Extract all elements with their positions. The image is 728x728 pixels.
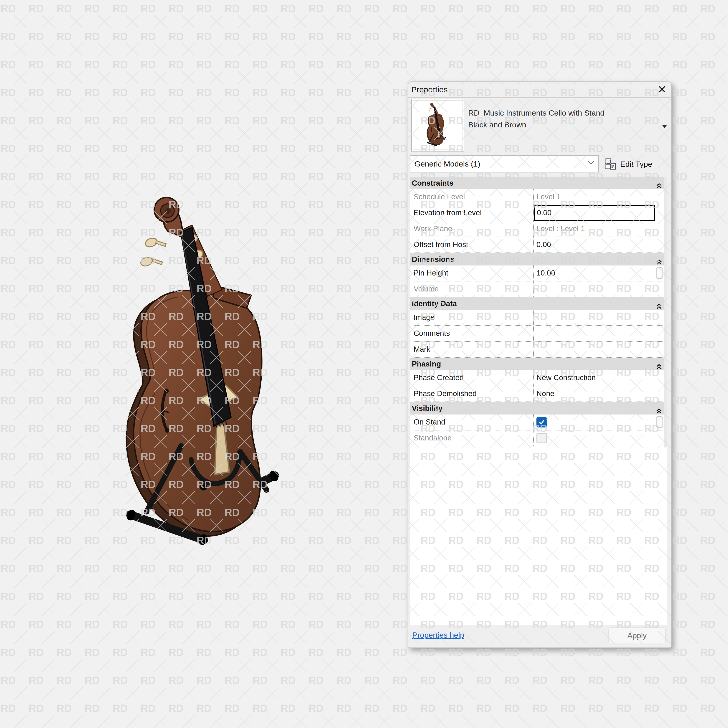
- section-title: Visibility: [412, 404, 442, 413]
- type-name: RD_Music Instruments Cello with Stand Bl…: [468, 107, 657, 131]
- property-label: Offset from Host: [410, 237, 534, 252]
- property-value-standalone: [534, 430, 655, 446]
- property-label: Image: [410, 310, 534, 325]
- property-label: Mark: [410, 342, 534, 357]
- type-name-line2: Black and Brown: [468, 119, 657, 131]
- edit-type-icon: [604, 158, 617, 171]
- property-value-work-plane: Level : Level 1: [534, 221, 655, 237]
- property-label: Schedule Level: [410, 189, 534, 205]
- property-row-phase-demolished: Phase DemolishedNone: [410, 386, 664, 402]
- property-row-schedule-level: Schedule LevelLevel 1: [410, 189, 664, 205]
- property-value-phase-created[interactable]: New Construction: [534, 370, 655, 385]
- property-value-comments[interactable]: [534, 326, 655, 341]
- property-label: Phase Created: [410, 370, 534, 385]
- property-row-offset-from-host: Offset from Host0.00: [410, 237, 664, 253]
- apply-button[interactable]: Apply: [608, 627, 666, 643]
- property-value-image[interactable]: [534, 310, 655, 325]
- property-value-offset-from-host[interactable]: 0.00: [534, 237, 655, 252]
- row-side-cell: [655, 221, 664, 237]
- property-value-pin-height[interactable]: 10.00: [534, 266, 655, 281]
- associate-parameter-button[interactable]: [656, 416, 663, 428]
- collapse-chevrons-icon[interactable]: [656, 256, 662, 262]
- panel-title: Properties: [411, 82, 448, 97]
- property-label: Elevation from Level: [410, 205, 534, 221]
- type-selector-dropdown[interactable]: [661, 123, 668, 129]
- category-filter-combobox[interactable]: Generic Models (1): [410, 155, 599, 173]
- property-label: Standalone: [410, 430, 534, 446]
- section-header-visibility: Visibility: [410, 402, 664, 414]
- property-value-elevation-from-level[interactable]: 0.00: [534, 205, 655, 221]
- row-side-cell: [655, 281, 664, 297]
- close-button[interactable]: [656, 84, 667, 95]
- section-title: Phasing: [412, 360, 441, 368]
- collapse-chevrons-icon[interactable]: [656, 361, 662, 367]
- properties-panel: Properties RD_Music Instruments Cello wi…: [408, 81, 671, 648]
- collapse-chevrons-icon[interactable]: [656, 180, 662, 186]
- property-row-pin-height: Pin Height10.00: [410, 266, 664, 281]
- section-title: Constraints: [412, 179, 453, 187]
- property-row-work-plane: Work PlaneLevel : Level 1: [410, 221, 664, 237]
- collapse-chevrons-icon[interactable]: [656, 301, 662, 306]
- property-label: Volume: [410, 281, 534, 297]
- property-row-on-stand: On Stand: [410, 414, 664, 430]
- row-side-cell: [655, 310, 664, 325]
- property-row-mark: Mark: [410, 342, 664, 358]
- property-label: Work Plane: [410, 221, 534, 237]
- row-side-cell: [655, 342, 664, 357]
- category-filter-value: Generic Models (1): [414, 156, 480, 172]
- property-value-phase-demolished[interactable]: None: [534, 386, 655, 402]
- property-row-volume: Volume: [410, 281, 664, 297]
- property-row-standalone: Standalone: [410, 430, 664, 447]
- property-row-phase-created: Phase CreatedNew Construction: [410, 370, 664, 386]
- section-header-dimensions: Dimensions: [410, 253, 664, 266]
- separator: [408, 153, 671, 153]
- property-label: Pin Height: [410, 266, 534, 281]
- row-side-cell: [655, 237, 664, 252]
- edit-type-button[interactable]: Edit Type: [604, 156, 669, 173]
- property-row-image: Image: [410, 310, 664, 326]
- property-value-mark[interactable]: [534, 342, 655, 357]
- properties-titlebar[interactable]: Properties: [408, 82, 671, 98]
- chevron-down-icon: [587, 160, 595, 166]
- properties-help-link[interactable]: Properties help: [412, 631, 464, 639]
- type-preview-image: [413, 100, 462, 150]
- collapse-chevrons-icon[interactable]: [656, 405, 662, 411]
- panel-footer: Properties help Apply: [408, 625, 671, 647]
- property-label: Comments: [410, 326, 534, 341]
- close-icon: [658, 85, 666, 93]
- type-preview: [411, 99, 464, 151]
- cello-thumbnail-icon: [426, 102, 449, 148]
- row-side-cell: [655, 189, 664, 205]
- section-title: Dimensions: [412, 255, 454, 263]
- row-side-cell: [655, 386, 664, 402]
- property-value-volume: [534, 281, 655, 297]
- property-row-comments: Comments: [410, 326, 664, 342]
- property-grid-area: ConstraintsSchedule LevelLevel 1Elevatio…: [410, 177, 667, 625]
- section-title: Identity Data: [412, 300, 457, 308]
- checkbox-disabled: [537, 433, 547, 444]
- property-value-on-stand[interactable]: [534, 414, 655, 430]
- row-side-cell: [655, 414, 664, 430]
- property-label: On Stand: [410, 414, 534, 430]
- section-header-constraints: Constraints: [410, 177, 664, 189]
- row-side-cell: [655, 430, 664, 446]
- row-side-cell: [655, 266, 664, 281]
- row-side-cell: [655, 326, 664, 341]
- property-value-schedule-level: Level 1: [534, 189, 655, 205]
- type-name-line1: RD_Music Instruments Cello with Stand: [468, 107, 657, 119]
- scrollbar-track[interactable]: [664, 177, 667, 448]
- canvas: Properties RD_Music Instruments Cello wi…: [0, 0, 728, 728]
- checkbox-checked[interactable]: [537, 417, 547, 427]
- cello-model-3d-view[interactable]: [123, 193, 305, 557]
- row-side-cell: [655, 205, 664, 221]
- property-row-elevation-from-level: Elevation from Level0.00: [410, 205, 664, 221]
- dropdown-arrow-icon: [662, 124, 667, 128]
- row-side-cell: [655, 370, 664, 385]
- property-label: Phase Demolished: [410, 386, 534, 402]
- property-grid: ConstraintsSchedule LevelLevel 1Elevatio…: [410, 177, 664, 447]
- edit-type-label: Edit Type: [620, 160, 652, 168]
- section-header-identity-data: Identity Data: [410, 297, 664, 310]
- associate-parameter-button[interactable]: [656, 267, 663, 279]
- cello-illustration: [123, 193, 305, 557]
- section-header-phasing: Phasing: [410, 358, 664, 370]
